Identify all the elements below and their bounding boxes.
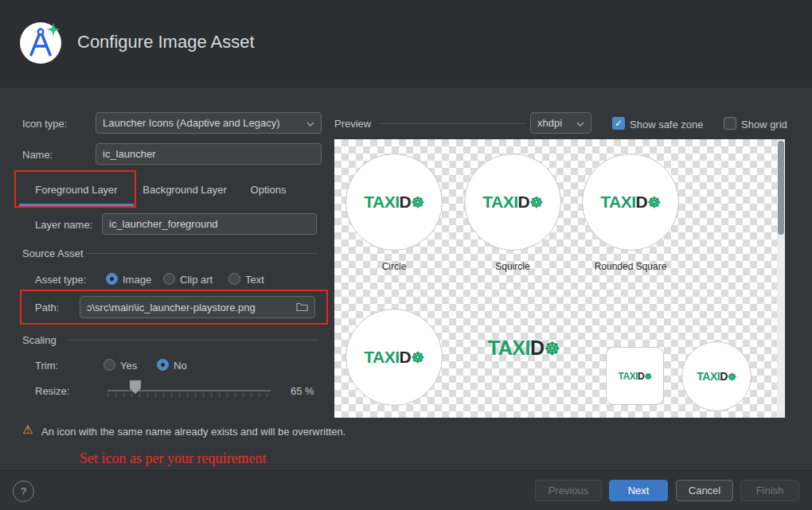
preview-tile-legacy-round: TAXID☸ bbox=[681, 341, 751, 411]
resize-value: 65 % bbox=[291, 385, 314, 397]
asset-type-radio-image[interactable] bbox=[106, 273, 118, 285]
steering-wheel-icon: ☸ bbox=[644, 372, 651, 381]
scaling-separator bbox=[67, 340, 318, 341]
tab-options[interactable]: Options bbox=[248, 184, 288, 196]
tile-label-rounded-square: Rounded Square bbox=[575, 261, 686, 272]
steering-wheel-icon: ☸ bbox=[529, 194, 542, 211]
taxido-logo: TAXID☸ bbox=[364, 193, 424, 212]
steering-wheel-icon: ☸ bbox=[647, 194, 660, 211]
scaling-section-title: Scaling bbox=[22, 334, 57, 346]
preview-tile-rounded-square: TAXID☸ bbox=[582, 154, 679, 251]
asset-type-option-image[interactable]: Image bbox=[123, 274, 151, 286]
preview-tile-full-bleed: TAXID☸ bbox=[345, 309, 443, 406]
trim-radio-no[interactable] bbox=[157, 359, 169, 371]
dialog-footer: ? Previous Next Cancel Finish bbox=[0, 470, 812, 510]
preview-panel: TAXID☸ Circle TAXID☸ Squircle TAXID☸ Rou… bbox=[334, 139, 785, 418]
icon-type-dropdown[interactable]: Launcher Icons (Adaptive and Legacy) bbox=[96, 112, 322, 134]
annotation-box-foreground-tab bbox=[14, 170, 136, 208]
tab-background-layer[interactable]: Background Layer bbox=[140, 184, 229, 196]
source-asset-separator bbox=[86, 253, 318, 254]
preview-tile-squircle: TAXID☸ bbox=[464, 154, 561, 251]
steering-wheel-icon: ☸ bbox=[411, 194, 424, 211]
android-studio-logo-icon bbox=[18, 20, 64, 66]
trim-radio-yes[interactable] bbox=[103, 359, 115, 371]
next-button[interactable]: Next bbox=[609, 480, 668, 501]
asset-type-radio-clip-art[interactable] bbox=[163, 273, 175, 285]
resize-label: Resize: bbox=[35, 385, 69, 397]
taxido-logo: TAXID☸ bbox=[364, 348, 424, 367]
configure-image-asset-dialog: Configure Image Asset Icon type: Launche… bbox=[0, 0, 812, 510]
warning-icon: ⚠ bbox=[22, 422, 33, 437]
dialog-title: Configure Image Asset bbox=[77, 32, 255, 53]
show-grid-checkbox[interactable] bbox=[724, 117, 736, 130]
tile-label-squircle: Squircle bbox=[473, 261, 552, 272]
show-safe-zone-label[interactable]: Show safe zone bbox=[630, 119, 704, 130]
previous-button[interactable]: Previous bbox=[535, 480, 602, 501]
taxido-logo: TAXID☸ bbox=[697, 370, 736, 383]
show-safe-zone-checkbox[interactable]: ✓ bbox=[612, 117, 625, 130]
preview-tile-circle: TAXID☸ bbox=[345, 154, 443, 251]
dialog-header: Configure Image Asset bbox=[0, 0, 812, 88]
density-value: xhdpi bbox=[537, 117, 562, 129]
asset-type-label: Asset type: bbox=[35, 274, 86, 286]
help-button[interactable]: ? bbox=[13, 481, 34, 502]
steering-wheel-icon: ☸ bbox=[411, 349, 424, 366]
annotation-box-path bbox=[20, 290, 328, 325]
layer-name-input[interactable]: ic_launcher_foreground bbox=[102, 213, 317, 235]
trim-option-yes[interactable]: Yes bbox=[120, 360, 137, 372]
name-label: Name: bbox=[22, 149, 53, 161]
preview-tile-foreground-only: TAXID☸ bbox=[474, 329, 574, 367]
taxido-logo: TAXID☸ bbox=[488, 337, 560, 360]
taxido-logo: TAXID☸ bbox=[619, 371, 652, 382]
resize-slider-thumb[interactable] bbox=[130, 380, 141, 394]
annotation-text: Set icon as per your requirement bbox=[80, 450, 266, 467]
taxido-logo: TAXID☸ bbox=[600, 193, 660, 212]
steering-wheel-icon: ☸ bbox=[728, 372, 736, 383]
preview-title: Preview bbox=[334, 118, 371, 130]
cancel-button[interactable]: Cancel bbox=[676, 480, 733, 501]
layer-name-value: ic_launcher_foreground bbox=[109, 218, 218, 230]
trim-label: Trim: bbox=[35, 360, 58, 372]
icon-type-label: Icon type: bbox=[22, 118, 67, 130]
chevron-down-icon bbox=[576, 117, 584, 129]
icon-type-value: Launcher Icons (Adaptive and Legacy) bbox=[103, 117, 280, 129]
preview-tile-legacy-square: TAXID☸ bbox=[606, 347, 664, 405]
preview-scrollbar-track[interactable] bbox=[777, 139, 785, 418]
asset-type-option-text[interactable]: Text bbox=[245, 274, 264, 286]
density-dropdown[interactable]: xhdpi bbox=[530, 112, 591, 134]
show-grid-label[interactable]: Show grid bbox=[741, 119, 787, 130]
layer-name-label: Layer name: bbox=[35, 219, 92, 231]
steering-wheel-icon: ☸ bbox=[544, 339, 560, 359]
name-input[interactable]: ic_launcher bbox=[96, 143, 322, 165]
preview-separator bbox=[379, 123, 525, 124]
asset-type-option-clip-art[interactable]: Clip art bbox=[180, 274, 213, 286]
finish-button[interactable]: Finish bbox=[740, 480, 799, 501]
warning-text: An icon with the same name already exist… bbox=[41, 426, 345, 438]
preview-scrollbar-thumb[interactable] bbox=[778, 141, 784, 235]
asset-type-radio-text[interactable] bbox=[228, 273, 240, 285]
trim-option-no[interactable]: No bbox=[174, 360, 187, 372]
source-asset-section-title: Source Asset bbox=[22, 247, 84, 259]
chevron-down-icon bbox=[306, 117, 314, 129]
name-value: ic_launcher bbox=[103, 148, 156, 160]
taxido-logo: TAXID☸ bbox=[482, 193, 542, 212]
resize-slider-ticks bbox=[107, 393, 271, 397]
tile-label-circle: Circle bbox=[354, 261, 434, 272]
